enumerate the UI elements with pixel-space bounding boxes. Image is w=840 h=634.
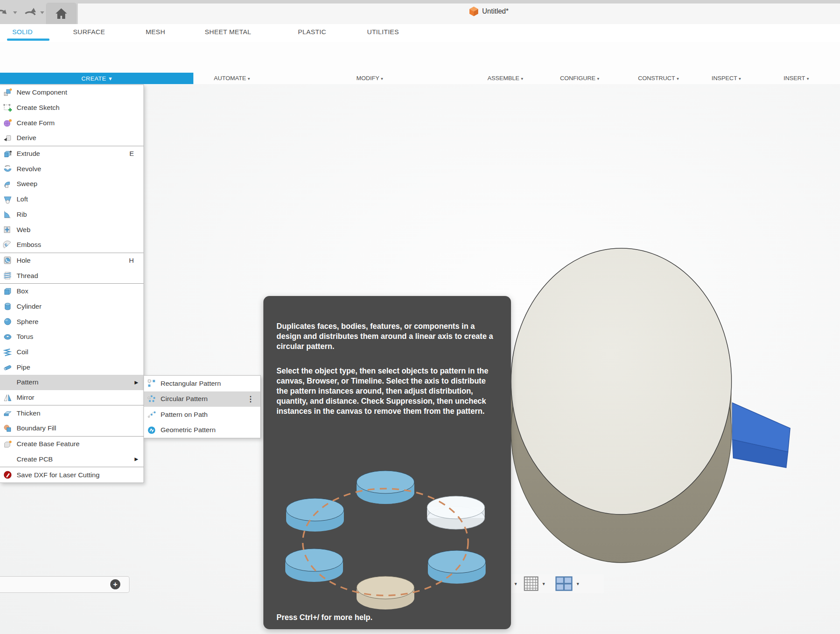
model-cylinder[interactable] <box>511 248 732 563</box>
fusion360-window: Untitled* SOLID SURFACE MESH SHEET METAL… <box>0 0 840 634</box>
automate-group-button[interactable]: AUTOMATE ▾ <box>214 75 250 81</box>
tab-solid[interactable]: SOLID <box>12 28 33 35</box>
pattern-disc-source <box>357 576 414 609</box>
tab-sheet-metal[interactable]: SHEET METAL <box>205 28 251 35</box>
pattern-disc-blue <box>285 549 343 582</box>
titlebar: Untitled* <box>0 0 840 24</box>
thicken-icon <box>3 409 12 418</box>
model-blue-tab[interactable] <box>732 403 790 468</box>
tab-plastic[interactable]: PLASTIC <box>298 28 326 35</box>
thread-icon <box>3 271 12 280</box>
menu-item-create-form[interactable]: Create Form <box>0 115 144 130</box>
pattern-disc-blue <box>357 471 414 504</box>
menu-item-thread[interactable]: Thread <box>0 268 144 283</box>
menu-item-create-pcb[interactable]: Create PCB ▶ <box>0 452 144 467</box>
boundary-fill-icon <box>3 424 12 433</box>
menu-item-loft[interactable]: Loft <box>0 192 144 207</box>
menu-item-new-component[interactable]: New Component <box>0 85 144 100</box>
tooltip-paragraph: Duplicates faces, bodies, features, or c… <box>276 296 498 352</box>
torus-icon <box>3 332 12 342</box>
ribbon-toolbar <box>0 42 840 73</box>
document-tab[interactable] <box>78 4 840 24</box>
tab-mesh[interactable]: MESH <box>146 28 165 35</box>
box-icon <box>3 287 12 296</box>
menu-item-pipe[interactable]: Pipe <box>0 359 144 375</box>
ribbon-group-labels: CREATE ▾ AUTOMATE ▾ MODIFY ▾ ASSEMBLE ▾ … <box>0 73 840 85</box>
coil-icon <box>3 348 12 357</box>
menu-item-cylinder[interactable]: Cylinder <box>0 299 144 314</box>
undo-icon[interactable] <box>0 10 7 14</box>
create-group-label: CREATE <box>81 75 106 82</box>
menu-item-web[interactable]: Web <box>0 222 144 237</box>
active-tab-indicator <box>7 39 49 41</box>
menu-item-create-sketch[interactable]: Create Sketch <box>0 100 144 116</box>
configure-group-button[interactable]: CONFIGURE ▾ <box>560 75 599 81</box>
kebab-menu-icon[interactable]: ⋮ <box>247 394 254 404</box>
construct-group-button[interactable]: CONSTRUCT ▾ <box>638 75 679 81</box>
pattern-submenu: Rectangular Pattern Circular Pattern ⋮ P… <box>144 375 261 438</box>
create-menu: New Component Create Sketch Create Form … <box>0 85 144 483</box>
chevron-down-icon[interactable]: ▾ <box>577 581 579 587</box>
submenu-item-pattern-on-path[interactable]: Pattern on Path <box>144 407 260 423</box>
redo-icon[interactable] <box>25 8 36 15</box>
create-base-feature-icon <box>3 440 12 449</box>
submenu-item-geometric-pattern[interactable]: Geometric Pattern <box>144 423 260 438</box>
loft-icon <box>3 195 12 204</box>
submenu-arrow-icon: ▶ <box>135 456 138 462</box>
menu-item-mirror[interactable]: Mirror <box>0 390 144 405</box>
menu-item-pattern[interactable]: Pattern ▶ <box>0 375 144 390</box>
circular-pattern-tooltip: Duplicates faces, bodies, features, or c… <box>263 296 511 629</box>
inspect-group-button[interactable]: INSPECT ▾ <box>711 75 741 81</box>
menu-item-boundary-fill[interactable]: Boundary Fill <box>0 421 144 436</box>
cylinder-icon <box>3 302 12 311</box>
home-button[interactable] <box>46 3 77 24</box>
assemble-group-button[interactable]: ASSEMBLE ▾ <box>487 75 523 81</box>
menu-item-create-base-feature[interactable]: Create Base Feature <box>0 437 144 452</box>
tab-surface[interactable]: SURFACE <box>73 28 105 35</box>
menu-item-thicken[interactable]: Thicken <box>0 405 144 421</box>
create-form-icon <box>3 118 12 127</box>
submenu-item-circular-pattern[interactable]: Circular Pattern ⋮ <box>144 391 260 407</box>
chevron-down-icon[interactable]: ▾ <box>542 581 545 587</box>
pcb-icon-placeholder <box>3 454 12 464</box>
menu-item-torus[interactable]: Torus <box>0 329 144 345</box>
pattern-icon-placeholder <box>3 378 12 387</box>
tooltip-footer: Press Ctrl+/ for more help. <box>276 613 372 622</box>
modify-group-button[interactable]: MODIFY ▾ <box>356 75 383 81</box>
menu-item-extrude[interactable]: Extrude E <box>0 146 144 162</box>
document-title-area: Untitled* <box>469 6 508 17</box>
add-group-icon[interactable]: + <box>110 579 120 589</box>
menu-item-derive[interactable]: Derive <box>0 130 144 146</box>
menu-item-coil[interactable]: Coil <box>0 345 144 360</box>
circular-pattern-illustration <box>263 458 511 616</box>
menu-item-revolve[interactable]: Revolve <box>0 161 144 176</box>
emboss-icon: E <box>3 240 12 250</box>
menu-item-sweep[interactable]: Sweep <box>0 176 144 192</box>
undo-dropdown-caret[interactable] <box>13 11 17 14</box>
create-group-button[interactable]: CREATE ▾ <box>0 73 193 84</box>
grid-settings-icon[interactable] <box>522 576 540 592</box>
menu-item-emboss[interactable]: E Emboss <box>0 237 144 253</box>
insert-group-button[interactable]: INSERT ▾ <box>784 75 809 81</box>
hole-icon <box>3 256 12 265</box>
menu-item-box[interactable]: Box <box>0 284 144 299</box>
menu-item-save-dxf[interactable]: Save DXF for Laser Cutting <box>0 467 144 483</box>
shortcut-key: H <box>129 257 134 264</box>
web-icon <box>3 225 12 234</box>
timeline-group-bar[interactable]: + <box>0 576 130 593</box>
viewports-icon[interactable] <box>555 576 573 592</box>
pattern-on-path-icon <box>147 410 156 419</box>
redo-dropdown-caret[interactable] <box>40 11 44 14</box>
new-component-icon <box>3 88 12 97</box>
document-cube-icon <box>469 6 479 17</box>
chevron-down-icon[interactable]: ▾ <box>514 581 517 587</box>
menu-item-rib[interactable]: Rib <box>0 207 144 222</box>
save-dxf-icon <box>3 470 12 479</box>
circular-pattern-icon <box>147 394 156 404</box>
tooltip-paragraph: Select the object type, then select obje… <box>276 352 498 416</box>
submenu-arrow-icon: ▶ <box>135 380 138 385</box>
tab-utilities[interactable]: UTILITIES <box>367 28 399 35</box>
submenu-item-rectangular-pattern[interactable]: Rectangular Pattern <box>144 376 260 391</box>
menu-item-sphere[interactable]: Sphere <box>0 314 144 329</box>
menu-item-hole[interactable]: Hole H <box>0 253 144 268</box>
